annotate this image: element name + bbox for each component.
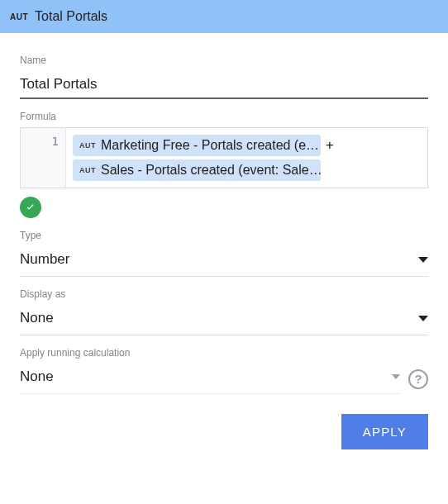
running-label: Apply running calculation (20, 347, 428, 359)
name-label: Name (20, 55, 428, 66)
token-text: Marketing Free - Portals created (e… (101, 135, 319, 156)
panel-body: Name Formula 1 AUT Marketing Free - Port… (0, 33, 448, 466)
line-number: 1 (52, 135, 59, 148)
formula-gutter: 1 (21, 128, 66, 188)
formula-row-2: AUT Sales - Portals created (event: Sale… (73, 158, 421, 183)
formula-token[interactable]: AUT Marketing Free - Portals created (e… (73, 135, 321, 156)
chevron-down-icon (418, 257, 428, 263)
panel-title: Total Portals (35, 9, 107, 24)
formula-content[interactable]: AUT Marketing Free - Portals created (e…… (66, 128, 427, 188)
display-as-value: None (20, 310, 54, 326)
chevron-down-icon (392, 374, 400, 379)
formula-token[interactable]: AUT Sales - Portals created (event: Sale… (73, 159, 321, 181)
help-icon[interactable]: ? (408, 369, 428, 389)
token-text: Sales - Portals created (event: Sale… (101, 159, 321, 181)
type-select[interactable]: Number (20, 246, 428, 277)
formula-row-1: AUT Marketing Free - Portals created (e…… (73, 133, 421, 158)
chevron-down-icon (418, 316, 428, 321)
name-input[interactable] (20, 71, 428, 99)
running-value: None (20, 368, 54, 385)
running-select[interactable]: None (20, 364, 400, 394)
formula-status (20, 197, 428, 218)
operator-plus: + (326, 133, 334, 158)
formula-label: Formula (20, 111, 428, 122)
display-as-select[interactable]: None (20, 305, 428, 335)
type-label: Type (20, 230, 428, 241)
formula-editor[interactable]: 1 AUT Marketing Free - Portals created (… (20, 127, 428, 188)
type-value: Number (20, 251, 69, 268)
display-as-label: Display as (20, 288, 428, 300)
aut-badge: AUT (79, 135, 96, 156)
aut-badge: AUT (79, 159, 96, 181)
panel-footer: APPLY (20, 414, 428, 449)
running-row: None ? (20, 364, 428, 394)
aut-badge: AUT (10, 12, 28, 21)
panel-header: AUT Total Portals (0, 0, 448, 33)
checkmark-icon (20, 197, 41, 218)
apply-button[interactable]: APPLY (341, 414, 428, 449)
calculated-field-panel: AUT Total Portals Name Formula 1 AUT Mar… (0, 0, 448, 466)
